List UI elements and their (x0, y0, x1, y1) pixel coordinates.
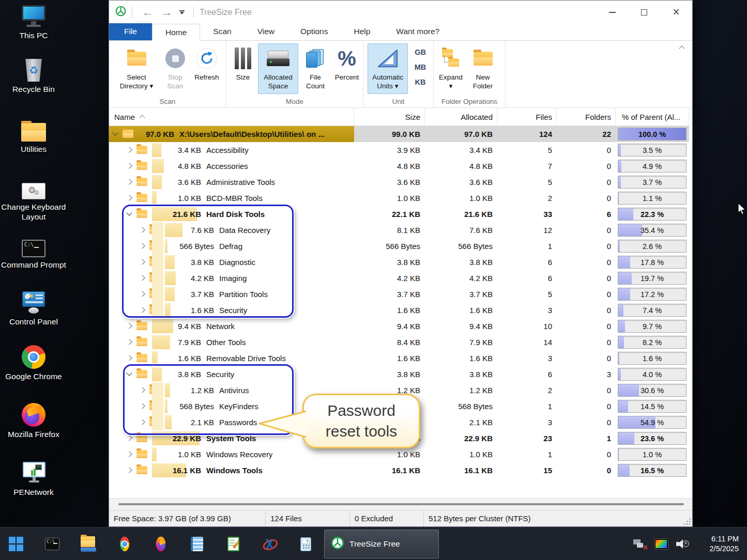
column-header-folders[interactable]: Folders (557, 108, 616, 126)
table-row[interactable]: 7.9 KBOther Tools8.4 KB7.9 KB1408.2 % (109, 334, 692, 350)
new-folder-button[interactable]: New Folder (467, 43, 499, 94)
display-color-icon[interactable] (654, 539, 668, 549)
chevron-right-icon[interactable] (139, 403, 145, 409)
expand-button[interactable]: Expand▾ (437, 43, 465, 94)
table-row[interactable]: 3.8 KBDiagnostic3.8 KB3.8 KB6017.8 % (109, 254, 692, 270)
desktop-icon-utilities[interactable]: Utilities (0, 117, 70, 154)
taskbar-button-calc[interactable] (298, 536, 313, 552)
table-row[interactable]: 1.6 KBSecurity1.6 KB1.6 KB307.4 % (109, 302, 692, 318)
tab-scan[interactable]: Scan (200, 23, 244, 40)
table-row[interactable]: 4.2 KBImaging4.2 KB4.2 KB6019.7 % (109, 270, 692, 286)
percent-button[interactable]: %Percent (332, 43, 361, 94)
chevron-right-icon[interactable] (126, 147, 132, 152)
ribbon-collapse-icon[interactable] (679, 45, 685, 51)
horizontal-scrollbar[interactable] (109, 498, 692, 510)
refresh-button[interactable]: Refresh (191, 43, 223, 94)
close-button[interactable]: × (660, 1, 692, 24)
chevron-right-icon[interactable] (139, 227, 145, 232)
chevron-right-icon[interactable] (126, 323, 132, 329)
maximize-button[interactable] (628, 1, 660, 24)
automatic-units-button[interactable]: Automatic Units ▾ (368, 43, 408, 94)
taskbar-treesize-button[interactable]: TreeSize Free (324, 530, 439, 558)
tab-view[interactable]: View (245, 23, 287, 40)
chevron-down-icon[interactable] (126, 210, 132, 215)
name-cell: 21.6 KBHard Disk Tools (109, 206, 354, 222)
chevron-right-icon[interactable] (126, 163, 132, 168)
taskbar-clock[interactable]: 6:11 PM 2/5/2025 (710, 527, 739, 560)
scrollbar-thumb[interactable] (118, 503, 684, 505)
desktop-icon-command-prompt[interactable]: Command Prompt (0, 232, 70, 270)
resize-grip[interactable] (689, 523, 691, 525)
chevron-right-icon[interactable] (126, 179, 132, 184)
desktop-icon-mozilla-firefox[interactable]: Mozilla Firefox (0, 402, 70, 439)
table-row[interactable]: 4.8 KBAccessories4.8 KB4.8 KB704.9 % (109, 158, 692, 174)
chevron-right-icon[interactable] (139, 243, 145, 248)
column-header--of-parent-al-[interactable]: % of Parent (Al... (616, 108, 689, 126)
table-row[interactable]: 3.6 KBAdministrative Tools3.6 KB3.6 KB50… (109, 174, 692, 190)
tab-help[interactable]: Help (341, 23, 383, 40)
forward-icon[interactable]: → (161, 6, 173, 18)
taskbar-button-firefox[interactable] (153, 536, 169, 552)
desktop-icon-google-chrome[interactable]: Google Chrome (0, 344, 70, 381)
taskbar-button-notepad[interactable] (189, 536, 205, 552)
chevron-right-icon[interactable] (139, 419, 145, 425)
select-directory-button[interactable]: Select Directory ▾ (114, 43, 159, 94)
file-count-button[interactable]: File Count (300, 43, 330, 94)
table-row[interactable]: 1.0 KBWindows Recovery1.0 KB1.0 KB101.0 … (109, 446, 692, 462)
size-button[interactable]: Size (231, 43, 255, 94)
table-row[interactable]: 3.8 KBSecurity3.8 KB3.8 KB634.0 % (109, 366, 692, 382)
chevron-right-icon[interactable] (126, 195, 132, 200)
chevron-right-icon[interactable] (126, 355, 132, 361)
volume-muted-icon[interactable]: × (676, 538, 689, 550)
taskbar-button-explorer[interactable] (81, 536, 96, 552)
taskbar-button-chrome[interactable] (117, 536, 132, 552)
tab-file[interactable]: File (109, 23, 152, 40)
desktop-icon-this-pc[interactable]: This PC (0, 3, 70, 40)
column-header-name[interactable]: Name (109, 108, 354, 126)
chevron-right-icon[interactable] (139, 291, 145, 297)
chevron-right-icon[interactable] (139, 275, 145, 281)
chevron-right-icon[interactable] (139, 259, 145, 265)
tab-home[interactable]: Home (152, 24, 200, 41)
quick-access-caret-icon[interactable] (179, 10, 185, 14)
allocated-space-button[interactable]: Allocated Space (258, 43, 298, 94)
column-header-allocated[interactable]: Allocated (425, 108, 497, 126)
tab-wantmore[interactable]: Want more? (383, 23, 452, 40)
desktop-icon-control-panel[interactable]: Control Panel (0, 289, 70, 326)
table-row[interactable]: 21.6 KBHard Disk Tools22.1 KB21.6 KB3362… (109, 206, 692, 222)
network-disconnected-icon[interactable]: × (633, 538, 647, 550)
chevron-right-icon[interactable] (126, 339, 132, 345)
table-row[interactable]: 97.0 KBX:\Users\Default\Desktop\Utilitie… (109, 126, 692, 142)
desktop-icon-change-keyboard-layout[interactable]: ⚙⚙Change Keyboard Layout (0, 175, 70, 222)
unit-button-gb[interactable]: GB (411, 45, 430, 60)
unit-button-mb[interactable]: MB (411, 60, 430, 75)
chevron-right-icon[interactable] (139, 387, 145, 393)
chevron-down-icon[interactable] (112, 130, 118, 135)
table-row[interactable]: 3.4 KBAccessibility3.9 KB3.4 KB503.5 % (109, 142, 692, 158)
table-row[interactable]: 1.0 KBBCD-MBR Tools1.0 KB1.0 KB201.1 % (109, 190, 692, 206)
desktop-icon-recycle-bin[interactable]: ♻Recycle Bin (0, 57, 70, 94)
table-row[interactable]: 7.6 KBData Recovery8.1 KB7.6 KB12035.4 % (109, 222, 692, 238)
taskbar-button-snip[interactable] (262, 536, 277, 552)
tab-options[interactable]: Options (287, 23, 341, 40)
column-header-files[interactable]: Files (497, 108, 557, 126)
table-row[interactable]: 1.6 KBRemovable Drive Tools1.6 KB1.6 KB3… (109, 350, 692, 366)
taskbar-button-cmd[interactable] (44, 536, 60, 552)
back-icon[interactable]: ← (142, 6, 154, 18)
taskbar-button-editor[interactable] (225, 536, 241, 552)
table-row[interactable]: 9.4 KBNetwork9.4 KB9.4 KB1009.7 % (109, 318, 692, 334)
chevron-right-icon[interactable] (126, 451, 132, 457)
ribbon: ScanModeUnitFolder OperationsSelect Dire… (109, 41, 692, 108)
minimize-button[interactable] (596, 1, 628, 24)
taskbar-button-start[interactable] (8, 536, 24, 552)
table-row[interactable]: 3.7 KBPartition Tools3.7 KB3.7 KB5017.2 … (109, 286, 692, 302)
chevron-down-icon[interactable] (126, 370, 132, 376)
chevron-right-icon[interactable] (126, 435, 132, 441)
desktop-icon-penetwork[interactable]: PENetwork (0, 460, 70, 497)
table-row[interactable]: 16.1 KBWindows Tools16.1 KB16.1 KB15016.… (109, 462, 692, 478)
unit-button-kb[interactable]: KB (411, 75, 430, 90)
table-row[interactable]: 566 BytesDefrag566 Bytes566 Bytes102.6 % (109, 238, 692, 254)
chevron-right-icon[interactable] (126, 467, 132, 473)
column-header-size[interactable]: Size (354, 108, 425, 126)
chevron-right-icon[interactable] (139, 307, 145, 313)
